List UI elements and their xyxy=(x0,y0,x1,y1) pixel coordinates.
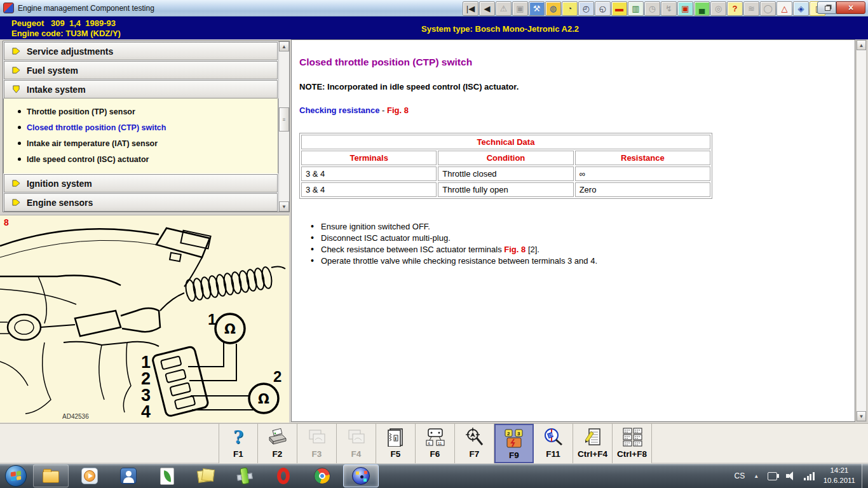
taskbar-app-autodata-active[interactable] xyxy=(343,464,379,487)
table-title: Technical Data xyxy=(301,135,710,149)
sidebar-section-fuel-system[interactable]: Fuel system xyxy=(4,61,278,79)
taskbar-app-quill-editor[interactable] xyxy=(149,464,185,487)
taskbar-app-green-phone[interactable] xyxy=(227,464,262,487)
window-icon[interactable]: ▣ xyxy=(512,1,528,16)
scroll-up-icon[interactable]: ▲ xyxy=(279,41,289,51)
sidebar-section-engine-sensors[interactable]: Engine sensors xyxy=(4,193,278,212)
sidebar-scrollbar[interactable]: ▲ ≡ ▼ xyxy=(278,41,289,212)
help-car-icon[interactable]: ? xyxy=(727,1,743,16)
sidebar-section-ignition-system[interactable]: Ignition system xyxy=(4,174,278,193)
tire-icon[interactable]: ◎ xyxy=(710,1,726,16)
scrollbar-thumb[interactable]: ≡ xyxy=(279,107,289,132)
signal-strength-icon[interactable] xyxy=(804,472,815,480)
close-button[interactable]: × xyxy=(836,1,865,14)
taskbar-app-chrome[interactable] xyxy=(304,464,340,487)
ctrl-f8-data-lists-button[interactable]: Ctrl+F8 xyxy=(613,424,652,463)
step-text: Operate throttle valve while checking re… xyxy=(321,256,597,266)
volume-icon[interactable] xyxy=(786,471,796,480)
back-icon[interactable]: ◀ xyxy=(479,1,495,16)
document-scrollbar[interactable]: ▲ ▼ xyxy=(856,39,867,422)
scroll-down-icon[interactable]: ▼ xyxy=(857,411,866,421)
figure-reference-link[interactable]: Fig. 8 xyxy=(504,245,526,254)
engine-globe-icon[interactable]: ◍ xyxy=(545,1,561,16)
f5-component-button[interactable]: I F5 xyxy=(376,424,416,463)
ctrl-f4-edit-button[interactable]: Ctrl+F4 xyxy=(573,424,613,463)
figure-reference-link[interactable]: Fig. 8 xyxy=(387,105,409,115)
fn-label: F9 xyxy=(509,451,519,460)
collapsed-arrow-icon xyxy=(12,47,20,55)
gauge-dim-icon[interactable]: ◷ xyxy=(644,1,660,16)
f2-print-button[interactable]: F2 xyxy=(258,424,297,463)
dual-gauge-icon[interactable]: ◵ xyxy=(595,1,611,16)
section-label: Fuel system xyxy=(27,65,78,76)
column-header-resistance: Resistance xyxy=(575,151,710,165)
item-label: Idle speed control (ISC) actuator xyxy=(27,155,149,164)
list-item: Operate throttle valve while checking re… xyxy=(311,256,855,266)
car-icon[interactable]: ▄ xyxy=(694,1,710,16)
taskbar-app-messenger[interactable] xyxy=(111,464,146,487)
list-item: Ensure ignition switched OFF. xyxy=(311,222,855,231)
show-desktop-button[interactable] xyxy=(862,464,868,488)
technical-data-table: Technical Data Terminals Condition Resis… xyxy=(299,133,712,199)
vehicle-lift-icon[interactable]: ▥ xyxy=(628,1,644,16)
sidebar-item-isc-actuator[interactable]: Idle speed control (ISC) actuator xyxy=(4,151,278,167)
collapsed-arrow-icon xyxy=(12,179,20,187)
section-label: Intake system xyxy=(27,85,86,95)
spark-plug-icon[interactable]: ↯ xyxy=(661,1,677,16)
show-hidden-icons-chevron[interactable]: ▲ xyxy=(754,473,759,479)
f11-search-component-button[interactable]: 19 F11 xyxy=(534,424,573,463)
app-icon xyxy=(3,3,14,13)
collapsed-arrow-icon xyxy=(12,66,20,74)
f3-previous-figure-button[interactable]: F3 xyxy=(297,424,337,463)
bullet-icon xyxy=(18,158,21,161)
document-pane: Closed throttle position (CTP) switch NO… xyxy=(291,39,855,422)
diagnostic-tape-icon[interactable]: ▬ xyxy=(611,1,627,16)
scroll-down-icon[interactable]: ▼ xyxy=(279,201,289,212)
language-indicator[interactable]: CS xyxy=(735,471,745,480)
start-button[interactable] xyxy=(5,465,27,487)
column-header-terminals: Terminals xyxy=(301,151,437,165)
network-plug-icon[interactable] xyxy=(768,472,777,480)
oval-icon[interactable]: ◯ xyxy=(760,1,776,16)
sidebar-item-iat-sensor[interactable]: Intake air temperature (IAT) sensor xyxy=(4,135,278,151)
f1-help-button[interactable]: ? F1 xyxy=(219,424,258,463)
mouse-select-icon[interactable]: ◔ xyxy=(562,1,578,16)
taskbar-app-opera[interactable] xyxy=(266,464,301,487)
component-test-icon[interactable]: ▣ xyxy=(677,1,693,16)
media-player-icon xyxy=(81,468,98,484)
taskbar-app-sticky-notes[interactable] xyxy=(188,464,224,487)
section-label: Engine sensors xyxy=(27,198,93,208)
accordion: Service adjustments Fuel system Intake s… xyxy=(3,41,278,212)
component-page-icon: I xyxy=(387,425,405,449)
clock[interactable]: 14:21 10.6.2011 xyxy=(824,466,855,485)
windows-logo-icon xyxy=(11,471,21,481)
abs-warning-icon[interactable]: △ xyxy=(776,1,792,16)
bullet-icon xyxy=(18,110,21,113)
warning-icon[interactable]: ⚠ xyxy=(496,1,512,16)
fn-label: Ctrl+F4 xyxy=(578,449,607,459)
tools-icon[interactable]: ⚒ xyxy=(529,1,545,16)
f4-next-figure-button[interactable]: F4 xyxy=(337,424,376,463)
taskbar-app-media-player[interactable] xyxy=(72,464,107,487)
f9-component-test-button[interactable]: 23 F9 xyxy=(494,424,534,463)
first-page-icon[interactable]: |◀ xyxy=(463,1,478,16)
screen: Engine management Component testing |◀ ◀… xyxy=(0,0,868,488)
item-label: Throttle position (TP) sensor xyxy=(27,107,135,116)
restore-button[interactable] xyxy=(817,1,836,14)
gauge-icon[interactable]: ◴ xyxy=(578,1,594,16)
sidebar-item-tp-sensor[interactable]: Throttle position (TP) sensor xyxy=(4,104,278,119)
scroll-up-icon[interactable]: ▲ xyxy=(857,40,866,50)
system-tray: CS ▲ 14:21 10.6.2011 xyxy=(735,464,868,488)
wave-icon[interactable]: ≋ xyxy=(743,1,759,16)
table-row: 3 & 4 Throttle fully open Zero xyxy=(301,182,710,197)
fn-label: F1 xyxy=(233,449,243,459)
taskbar-app-explorer[interactable] xyxy=(33,464,69,487)
page-title: Closed throttle position (CTP) switch xyxy=(299,57,855,68)
sidebar-section-service-adjustments[interactable]: Service adjustments xyxy=(4,42,278,60)
engine-cloud-icon[interactable]: ◈ xyxy=(793,1,809,16)
f6-connector-button[interactable]: 611 F6 xyxy=(416,424,455,463)
sidebar-item-ctp-switch[interactable]: Closed throttle position (CTP) switch xyxy=(4,119,278,135)
sidebar-section-intake-system[interactable]: Intake system xyxy=(4,80,278,98)
meter-1-label: 1 xyxy=(208,311,216,328)
f7-locate-button[interactable]: F7 xyxy=(455,424,494,463)
